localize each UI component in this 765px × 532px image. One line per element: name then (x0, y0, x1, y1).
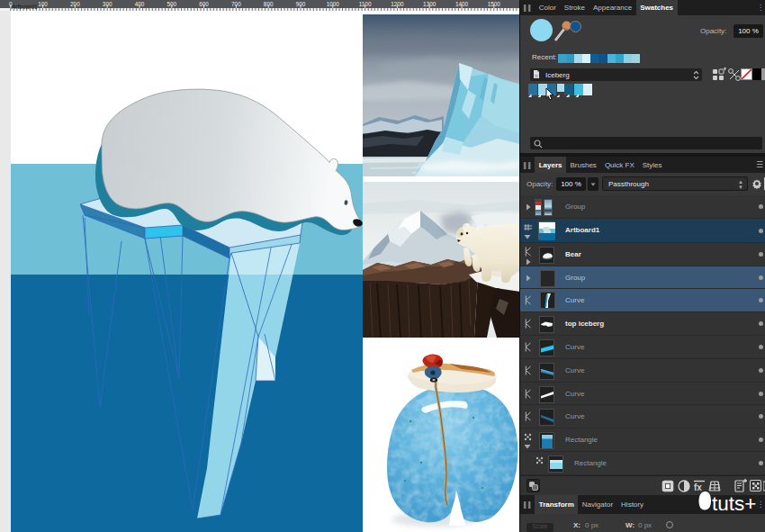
svg-text:400: 400 (135, 1, 145, 7)
svg-text:500: 500 (166, 1, 176, 7)
svg-text:1500: 1500 (488, 1, 501, 7)
svg-text:1200: 1200 (391, 1, 404, 7)
svg-text:1100: 1100 (359, 1, 372, 7)
svg-text:600: 600 (199, 1, 209, 7)
svg-text:700: 700 (231, 1, 241, 7)
svg-text:100: 100 (38, 1, 48, 7)
svg-text:1300: 1300 (423, 1, 436, 7)
svg-text:Artboard1: Artboard1 (12, 4, 38, 10)
svg-text:1400: 1400 (455, 1, 469, 7)
svg-text:1000: 1000 (327, 1, 340, 7)
svg-text:800: 800 (264, 1, 274, 7)
svg-text:900: 900 (296, 1, 306, 7)
svg-text:300: 300 (103, 1, 112, 7)
svg-text:tuts+: tuts+ (712, 492, 756, 515)
svg-text:200: 200 (70, 1, 80, 7)
